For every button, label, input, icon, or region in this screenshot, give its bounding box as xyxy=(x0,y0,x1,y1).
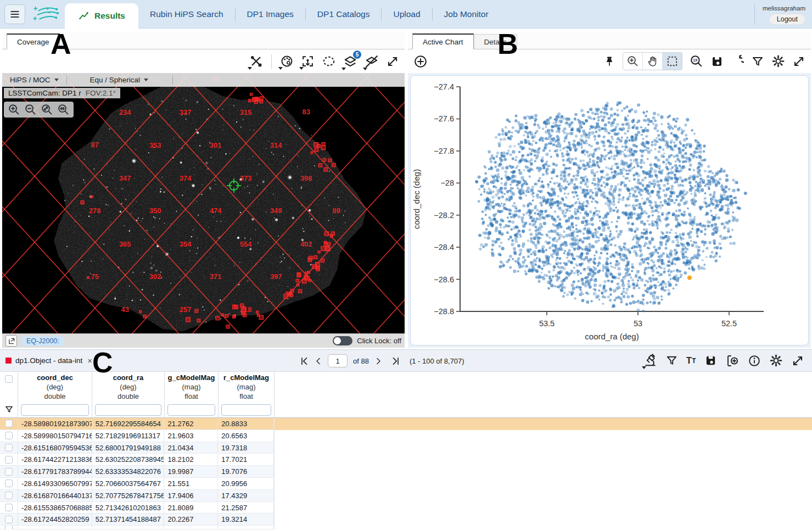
filter-icon[interactable] xyxy=(751,55,764,68)
zoom-fit-icon[interactable] xyxy=(41,103,53,116)
info-icon[interactable] xyxy=(748,354,761,367)
top-navigation: Results Rubin HiPS Search DP1 Images DP1… xyxy=(0,0,812,29)
cell-coord_dec: -28.615168079594536 xyxy=(18,442,92,454)
last-page-icon[interactable] xyxy=(391,356,401,366)
microscope-icon[interactable] xyxy=(643,354,657,367)
row-checkbox[interactable] xyxy=(5,516,13,523)
table-row[interactable]: -28.61687016644013752.70775267847175617.… xyxy=(0,490,812,502)
expand-icon[interactable] xyxy=(792,55,805,68)
zoom-in-icon[interactable] xyxy=(8,103,20,116)
nav-tab-rubin-hips-search[interactable]: Rubin HiPS Search xyxy=(138,0,235,29)
nav-tab-job-monitor[interactable]: Job Monitor xyxy=(433,0,500,29)
expand-icon[interactable] xyxy=(386,55,399,68)
pin-icon[interactable] xyxy=(603,55,615,68)
next-page-icon[interactable] xyxy=(374,357,383,365)
row-checkbox[interactable] xyxy=(5,492,13,499)
color-palette-icon[interactable] xyxy=(280,54,294,68)
select-region-icon[interactable] xyxy=(322,54,336,68)
center-image-icon[interactable] xyxy=(301,54,315,68)
close-icon[interactable]: × xyxy=(87,356,92,365)
nav-tab-results[interactable]: Results xyxy=(65,3,138,29)
restore-icon[interactable] xyxy=(731,55,744,68)
table-row[interactable]: -28.58980192187390752.7169229558465421.2… xyxy=(0,418,812,430)
projection-dropdown[interactable]: Equ / Spherical xyxy=(82,73,156,87)
zoom-fill-icon[interactable] xyxy=(57,103,70,116)
filter-input-r-cmodelmag[interactable] xyxy=(221,404,271,416)
nav-tab-upload[interactable]: Upload xyxy=(382,0,432,29)
settings-icon[interactable] xyxy=(769,354,783,367)
nav-tab-dp1-catalogs[interactable]: DP1 Catalogs xyxy=(306,0,382,29)
cell-g_cModelMag: 21.2762 xyxy=(164,418,218,430)
zoom-mode-icon[interactable] xyxy=(623,53,642,70)
select-all-checkbox[interactable] xyxy=(5,375,13,383)
cell-r_cModelMag: 21.2587 xyxy=(218,502,274,514)
svg-text:315: 315 xyxy=(240,108,252,116)
sky-coverage-image[interactable]: 1105623433731583873533013143473743733982… xyxy=(2,73,405,333)
table-row[interactable]: -28.61553865706888552.7134261020186321.8… xyxy=(0,502,812,514)
table-row[interactable]: -28.61493309650799752.7066003756476721.5… xyxy=(0,478,812,490)
table-toolbar: TT xyxy=(643,354,812,367)
table-row[interactable]: -28.61779178378994452.6333353482207619.9… xyxy=(0,466,812,478)
select-area-mode-icon[interactable] xyxy=(662,53,682,70)
cell-coord_dec: -28.617442271213836 xyxy=(18,454,92,466)
external-link-button[interactable] xyxy=(5,335,17,347)
hips-moc-dropdown[interactable]: HiPS / MOC xyxy=(2,73,66,87)
cell-r_cModelMag: 17.7021 xyxy=(218,454,274,466)
save-icon[interactable] xyxy=(704,354,717,367)
nav-tab-dp1-images[interactable]: DP1 Images xyxy=(236,0,305,29)
layers-icon[interactable]: 5 xyxy=(343,54,357,69)
row-checkbox[interactable] xyxy=(5,420,13,427)
add-column-icon[interactable] xyxy=(725,354,740,367)
filter-input-coord-dec[interactable] xyxy=(21,404,89,416)
scatter-chart[interactable]: −27.4−27.6−27.8−28−28.2−28.4−28.6−28.853… xyxy=(410,75,809,345)
row-checkbox[interactable] xyxy=(5,444,13,451)
tools-icon[interactable] xyxy=(249,54,263,68)
cell-coord_dec: -28.589980150794716 xyxy=(18,430,92,442)
filter-input-g-cmodelmag[interactable] xyxy=(167,404,215,416)
table-row[interactable]: -28.61516807959453652.6800179194918821.0… xyxy=(0,442,812,454)
save-icon[interactable] xyxy=(710,55,724,68)
table-panel: dp1.Object - data-int × of 88 (1 - 100 o… xyxy=(0,349,812,530)
page-number-input[interactable] xyxy=(328,354,348,367)
cell-g_cModelMag: 17.9406 xyxy=(164,490,218,502)
row-checkbox[interactable] xyxy=(5,504,13,511)
svg-text:coord_ra (deg): coord_ra (deg) xyxy=(585,332,639,341)
row-checkbox[interactable] xyxy=(5,432,13,439)
table-row[interactable]: -28.58998015079471652.7182919691131721.9… xyxy=(0,430,812,442)
svg-text:301: 301 xyxy=(210,141,222,149)
row-checkbox[interactable] xyxy=(5,456,13,464)
menu-button[interactable] xyxy=(4,4,25,24)
zoom-original-icon[interactable]: 1X xyxy=(690,54,703,68)
first-page-icon[interactable] xyxy=(299,356,309,366)
row-checkbox[interactable] xyxy=(5,468,13,476)
column-header-coord-dec[interactable]: coord_dec (deg) double xyxy=(18,372,92,403)
annotation-c: C xyxy=(92,348,113,377)
zoom-out-icon[interactable] xyxy=(24,103,37,116)
pan-mode-icon[interactable] xyxy=(642,53,662,70)
cell-coord_dec: -28.61724452820259 xyxy=(18,514,92,526)
cell-coord_ra: 52.71371454188487 xyxy=(92,514,165,526)
previous-page-icon[interactable] xyxy=(314,357,322,365)
click-lock-toggle[interactable] xyxy=(333,336,352,345)
svg-text:coord_dec (deg): coord_dec (deg) xyxy=(412,169,421,229)
column-header-g-cmodelmag[interactable]: g_cModelMag (mag) float xyxy=(165,372,219,403)
column-header-r-cmodelmag[interactable]: r_cModelMag (mag) float xyxy=(219,372,275,403)
table-row[interactable]: -28.6172445282025952.7137145418848720.22… xyxy=(0,514,812,526)
settings-icon[interactable] xyxy=(771,54,785,68)
annotation-a: A xyxy=(51,30,71,58)
row-checkbox[interactable] xyxy=(5,479,13,487)
logout-button[interactable]: Logout xyxy=(769,14,805,25)
svg-text:−27.4: −27.4 xyxy=(434,82,454,91)
text-view-icon[interactable]: TT xyxy=(686,356,696,366)
table-row-partial[interactable] xyxy=(0,526,812,529)
filter-icon[interactable] xyxy=(665,354,678,367)
svg-text:83: 83 xyxy=(303,108,310,116)
add-chart-icon[interactable] xyxy=(413,54,428,69)
layers-off-icon[interactable] xyxy=(365,54,379,69)
tab-active-chart[interactable]: Active Chart xyxy=(412,34,474,49)
expand-icon[interactable] xyxy=(791,354,804,367)
filter-input-coord-ra[interactable] xyxy=(95,404,161,416)
svg-text:−28.4: −28.4 xyxy=(434,243,454,252)
table-row[interactable]: -28.61744227121383652.63025220873894518.… xyxy=(0,454,812,466)
table-tab[interactable]: dp1.Object - data-int × xyxy=(5,356,92,365)
